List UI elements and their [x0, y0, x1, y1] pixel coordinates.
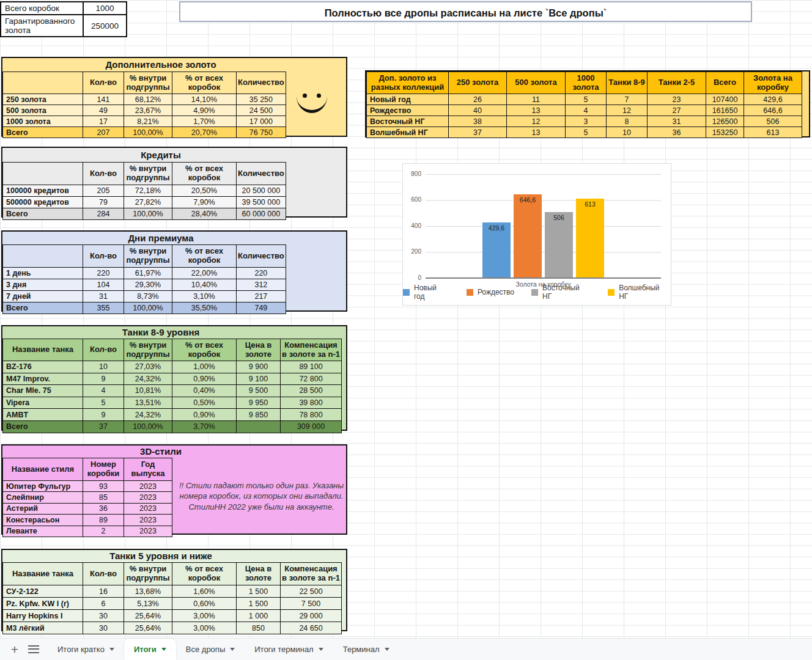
cell[interactable]: 220: [237, 268, 286, 279]
cell[interactable]: 25,64%: [124, 622, 172, 634]
tab-itogi-terminal[interactable]: Итоги терминал: [245, 639, 333, 660]
cell[interactable]: 13,68%: [124, 585, 172, 598]
cell[interactable]: 205: [83, 185, 124, 197]
cell[interactable]: СУ-2-122: [3, 585, 83, 598]
cell[interactable]: Доп. золото из разных коллекций: [367, 72, 449, 94]
cell[interactable]: 0,60%: [172, 598, 237, 610]
cell[interactable]: 37: [449, 127, 507, 138]
cell[interactable]: Танки 8-9: [607, 72, 648, 94]
cell[interactable]: % от всех коробок: [172, 339, 237, 361]
cell[interactable]: 1000 золота: [3, 116, 83, 127]
cell[interactable]: Кол-во: [83, 163, 124, 185]
cell[interactable]: % внутри подгруппы: [124, 163, 172, 185]
sheet-title-cell[interactable]: Полностью все дропы расписаны на листе `…: [179, 1, 752, 22]
cell[interactable]: 26: [449, 94, 507, 105]
cell[interactable]: 1 500: [237, 598, 281, 610]
cell[interactable]: 2023: [124, 526, 172, 537]
cell[interactable]: 309 000: [281, 420, 342, 433]
cell[interactable]: 72 800: [281, 373, 342, 385]
cell[interactable]: 24 500: [237, 105, 286, 116]
cell[interactable]: 250 золота: [3, 94, 83, 105]
cell[interactable]: Год выпуска: [124, 458, 172, 481]
cell[interactable]: 16: [83, 585, 124, 598]
cell[interactable]: 3 дня: [3, 279, 83, 291]
cell[interactable]: Кол-во: [83, 72, 124, 94]
cell[interactable]: Кол-во: [83, 245, 124, 268]
cell[interactable]: Волшебный НГ: [367, 127, 449, 138]
cell[interactable]: 10,81%: [124, 385, 172, 397]
cell[interactable]: 27,03%: [124, 361, 172, 373]
cell[interactable]: 37: [83, 420, 124, 433]
cell[interactable]: Количество: [237, 72, 286, 94]
cell[interactable]: 126500: [706, 116, 744, 127]
cell[interactable]: 36: [83, 503, 124, 514]
cell[interactable]: Восточный НГ: [367, 116, 449, 127]
cell[interactable]: Название стиля: [3, 458, 83, 481]
cell[interactable]: 500000 кредитов: [3, 197, 83, 208]
cell[interactable]: Всего: [3, 302, 83, 314]
cell[interactable]: 14,10%: [172, 94, 237, 105]
cell[interactable]: Pz. Kpfw. KW I (r): [3, 598, 83, 610]
cell[interactable]: 27: [648, 105, 706, 116]
cell[interactable]: 3: [566, 116, 607, 127]
cell[interactable]: [3, 245, 83, 268]
cell[interactable]: 13: [507, 127, 566, 138]
cell[interactable]: 1000 золота: [566, 72, 607, 94]
cell[interactable]: Компенсация в золоте за n-1: [281, 563, 342, 585]
cell[interactable]: 1,00%: [172, 361, 237, 373]
cell[interactable]: M47 Improv.: [3, 373, 83, 385]
cell[interactable]: 1,70%: [172, 116, 237, 127]
cell[interactable]: 39 500 000: [237, 197, 286, 208]
cell[interactable]: 646,6: [744, 105, 802, 116]
cell[interactable]: 1 000: [237, 610, 281, 622]
cell[interactable]: 23,67%: [124, 105, 172, 116]
cell[interactable]: 9 900: [237, 361, 281, 373]
cell[interactable]: Название танка: [3, 339, 83, 361]
cell[interactable]: 29 000: [281, 610, 342, 622]
cell[interactable]: % от всех коробок: [172, 563, 237, 585]
cell[interactable]: Номер коробки: [83, 458, 124, 481]
cell[interactable]: 0,90%: [172, 373, 237, 385]
cell[interactable]: 35,50%: [172, 302, 237, 314]
cell[interactable]: 85: [83, 492, 124, 503]
cell[interactable]: Слейпнир: [3, 492, 83, 503]
cell[interactable]: 613: [744, 127, 802, 138]
cell[interactable]: 100000 кредитов: [3, 185, 83, 197]
block-title[interactable]: Дни премиума: [2, 232, 319, 244]
cell[interactable]: 104: [83, 279, 124, 291]
cell[interactable]: 100,00%: [124, 208, 172, 220]
tab-itogi-kratko[interactable]: Итоги кратко: [48, 639, 124, 660]
cell[interactable]: 4: [566, 105, 607, 116]
cell[interactable]: 8: [607, 116, 648, 127]
cell[interactable]: 31: [83, 291, 124, 302]
cell[interactable]: 0,90%: [172, 409, 237, 421]
cell[interactable]: 207: [83, 127, 124, 138]
cell[interactable]: 31: [648, 116, 706, 127]
cell[interactable]: 250000: [83, 15, 127, 37]
cell[interactable]: 2023: [124, 492, 172, 503]
cell[interactable]: 8,73%: [124, 291, 172, 302]
cell[interactable]: Танки 2-5: [648, 72, 706, 94]
cell[interactable]: 76 750: [237, 127, 286, 138]
cell[interactable]: 40: [449, 105, 507, 116]
cell[interactable]: 39 800: [281, 397, 342, 409]
cell[interactable]: 30: [83, 610, 124, 622]
cell[interactable]: 9 500: [237, 385, 281, 397]
cell[interactable]: 2: [83, 526, 124, 537]
cell[interactable]: Всего коробок: [1, 2, 83, 15]
cell[interactable]: 20,50%: [172, 185, 237, 197]
cell[interactable]: % внутри подгруппы: [124, 72, 172, 94]
cell[interactable]: 355: [83, 302, 124, 314]
cell[interactable]: 312: [237, 279, 286, 291]
cell[interactable]: 93: [83, 481, 124, 492]
cell[interactable]: 29,30%: [124, 279, 172, 291]
cell[interactable]: % внутри подгруппы: [124, 563, 172, 585]
cell[interactable]: 11: [507, 94, 566, 105]
cell[interactable]: 5: [83, 397, 124, 409]
cell[interactable]: 78 800: [281, 409, 342, 421]
cell[interactable]: 10,40%: [172, 279, 237, 291]
cell[interactable]: 850: [237, 622, 281, 634]
block-title[interactable]: 3D-стили: [2, 446, 319, 458]
cell[interactable]: 506: [744, 116, 802, 127]
cell[interactable]: 8,21%: [124, 116, 172, 127]
